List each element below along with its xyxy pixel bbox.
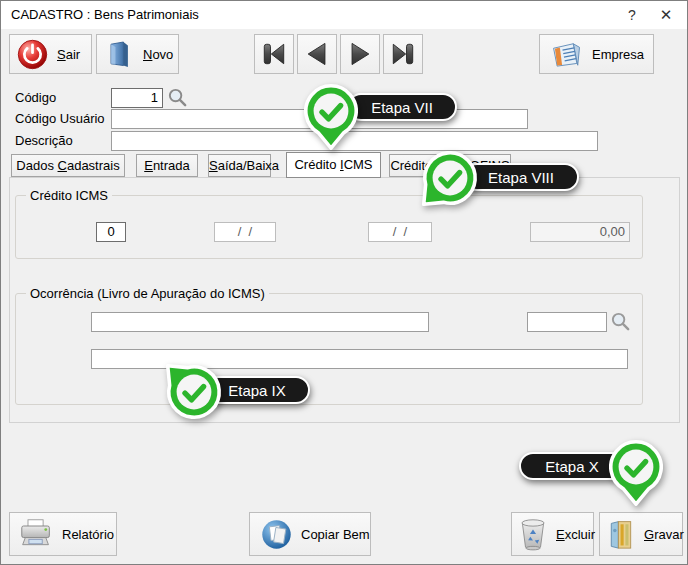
save-folder-icon <box>606 518 636 550</box>
tab-dados-cadastrais[interactable]: Dados Cadastrais <box>11 154 125 177</box>
valor-credito-input[interactable]: 0,00 <box>530 222 630 242</box>
nav-previous-button[interactable] <box>297 34 337 74</box>
tab-saida-baixa[interactable]: Saída/Baixa <box>208 154 271 177</box>
novo-label: Novo <box>143 47 173 62</box>
close-button[interactable]: ✕ <box>649 1 683 29</box>
descricao-label: Descrição <box>15 131 73 151</box>
empresa-button[interactable]: Empresa <box>539 34 654 74</box>
codigo-lookup-magnifier-icon[interactable] <box>167 87 188 108</box>
power-icon <box>16 38 49 71</box>
copiar-bem-button[interactable]: Copiar Bem <box>249 512 371 556</box>
data-final-input[interactable]: / / <box>368 222 432 242</box>
nav-last-button[interactable] <box>383 34 423 74</box>
relatorio-label: Relatório <box>62 527 114 542</box>
nav-next-button[interactable] <box>340 34 380 74</box>
nav-first-icon <box>259 39 289 69</box>
recycle-bin-icon <box>518 517 548 551</box>
etapa-vii-check-pin-icon <box>289 69 373 153</box>
excluir-label: Excluir <box>556 527 595 542</box>
nav-first-button[interactable] <box>254 34 294 74</box>
etapa-x-check-pin-icon <box>594 425 678 509</box>
cadastro-bens-patrimoniais-window: CADASTRO : Bens Patrimoniais ? ✕ Sair No… <box>0 0 688 565</box>
novo-button[interactable]: Novo <box>96 34 179 74</box>
data-inicial-input[interactable]: / / <box>214 222 276 242</box>
gravar-label: Gravar <box>644 527 684 542</box>
nav-prev-icon <box>302 39 332 69</box>
ocorrencia-group-title: Ocorrência (Livro de Apuração do ICMS) <box>26 286 269 301</box>
num-parcela-input[interactable]: 0 <box>96 222 126 242</box>
relatorio-button[interactable]: Relatório <box>9 512 117 556</box>
nav-last-icon <box>388 39 418 69</box>
etapa-ix-check-pin-icon <box>152 350 236 434</box>
sped-lookup-magnifier-icon[interactable] <box>610 311 631 332</box>
etapa-viii-check-pin-icon <box>408 136 492 220</box>
codigo-usuario-label: Código Usuário <box>15 109 105 129</box>
copy-documents-icon <box>260 518 293 551</box>
sair-label: Sair <box>57 47 80 62</box>
help-button[interactable]: ? <box>615 1 649 29</box>
nav-next-icon <box>345 39 375 69</box>
window-title: CADASTRO : Bens Patrimoniais <box>11 1 199 29</box>
credito-icms-group-title: Crédito ICMS <box>26 188 112 203</box>
title-bar: CADASTRO : Bens Patrimoniais ? ✕ <box>1 1 687 29</box>
empresa-label: Empresa <box>592 47 644 62</box>
printer-icon <box>18 518 54 550</box>
ocorrencia-descricao-input[interactable] <box>91 312 429 332</box>
tab-entrada[interactable]: Entrada <box>136 154 198 177</box>
tab-credito-icms[interactable]: Crédito ICMS <box>286 152 381 178</box>
gravar-button[interactable]: Gravar <box>599 512 683 556</box>
cod-ajuste-sped-input[interactable] <box>527 312 607 332</box>
copiar-bem-label: Copiar Bem <box>301 527 370 542</box>
excluir-button[interactable]: Excluir <box>511 512 594 556</box>
sair-button[interactable]: Sair <box>9 34 92 74</box>
calendar-icon <box>550 39 584 70</box>
codigo-input[interactable]: 1 <box>111 88 163 108</box>
folder-icon <box>103 38 135 70</box>
codigo-label: Código <box>15 88 56 108</box>
